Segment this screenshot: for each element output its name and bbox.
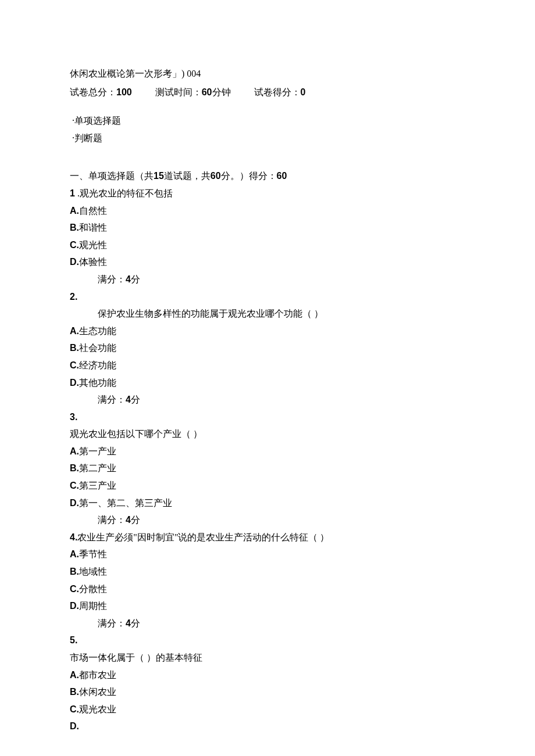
opt-d-label: D. xyxy=(70,257,79,267)
question-5: 5. 市场一体化属于（ ）的基本特征 A.都市农业 B.休闲农业 C.观光农业 … xyxy=(70,632,465,735)
q2-c: 经济功能 xyxy=(79,360,116,370)
exam-meta: 试卷总分：100 测试时间：60分钟 试卷得分：0 xyxy=(70,84,465,101)
opt-a-label: A. xyxy=(70,206,79,216)
opt-a-label: A. xyxy=(70,549,79,559)
q4-a: 季节性 xyxy=(79,549,107,559)
q5-c: 观光农业 xyxy=(79,704,116,714)
q1-full: 满分：4分 xyxy=(70,271,465,288)
opt-b-label: B. xyxy=(70,687,79,697)
q5-b: 休闲农业 xyxy=(79,687,116,697)
q3-stem: 观光农业包括以下哪个产业（ ） xyxy=(70,429,202,439)
opt-b-label: B. xyxy=(70,463,79,473)
sh-prefix: 一、单项选择题（共 xyxy=(70,171,154,181)
opt-c-label: C. xyxy=(70,481,79,490)
nav-mc-label: 单项选择题 xyxy=(74,116,121,126)
q4-d: 周期性 xyxy=(79,601,107,611)
q1-c: 观光性 xyxy=(79,240,107,250)
q4-stem: 农业生产必须"因时制宜"说的是农业生产活动的什么特征（ ） xyxy=(77,532,329,542)
opt-b-label: B. xyxy=(70,343,79,353)
q3-num: 3. xyxy=(70,412,77,422)
q2-b: 社会功能 xyxy=(79,343,116,353)
sh-mid: 道试题，共 xyxy=(164,171,211,181)
nav-item-tf: ·判断题 xyxy=(72,130,465,147)
opt-d-label: D. xyxy=(70,721,79,731)
q1-d: 体验性 xyxy=(79,257,107,267)
q5-num: 5. xyxy=(70,635,77,645)
q2-a: 生态功能 xyxy=(79,326,116,336)
q4-c: 分散性 xyxy=(79,584,107,594)
exam-title: 休闲农业概论第一次形考」) 004 xyxy=(70,65,465,83)
sh-pts: 60 xyxy=(211,171,221,181)
q4-b: 地域性 xyxy=(79,567,107,576)
time-label: 测试时间： xyxy=(155,87,202,97)
q2-stem: 保护农业生物多样性的功能属于观光农业哪个功能（ ） xyxy=(98,309,323,318)
nav-item-mc: ·单项选择题 xyxy=(72,112,465,130)
opt-a-label: A. xyxy=(70,446,79,456)
sh-suffix: 分。）得分： xyxy=(221,171,277,181)
section-heading: 一、单项选择题（共15道试题，共60分。）得分：60 xyxy=(70,167,465,185)
q3-d: 第一、第二、第三产业 xyxy=(79,498,172,508)
nav-tf-label: 判断题 xyxy=(74,133,102,143)
q3-b: 第二产业 xyxy=(79,463,116,473)
q1-a: 自然性 xyxy=(79,206,107,216)
question-4: 4.农业生产必须"因时制宜"说的是农业生产活动的什么特征（ ） A.季节性 B.… xyxy=(70,529,465,632)
q4-full: 满分：4分 xyxy=(70,615,465,632)
opt-a-label: A. xyxy=(70,670,79,680)
q2-num: 2. xyxy=(70,292,77,302)
score-label: 试卷得分： xyxy=(254,87,301,97)
q3-a: 第一产业 xyxy=(79,446,116,456)
opt-b-label: B. xyxy=(70,223,79,232)
q2-d: 其他功能 xyxy=(79,378,116,388)
q3-c: 第三产业 xyxy=(79,481,116,490)
q1-b: 和谐性 xyxy=(79,223,107,232)
total-label: 试卷总分： xyxy=(70,87,116,97)
q5-stem: 市场一体化属于（ ）的基本特征 xyxy=(70,653,202,662)
opt-c-label: C. xyxy=(70,584,79,594)
q4-num: 4. xyxy=(70,532,77,542)
opt-b-label: B. xyxy=(70,567,79,576)
opt-c-label: C. xyxy=(70,240,79,250)
time-value: 60 xyxy=(202,87,212,97)
question-1: 1 .观光农业的特征不包括 A.自然性 B.和谐性 C.观光性 D.体验性 满分… xyxy=(70,185,465,288)
question-3: 3. 观光农业包括以下哪个产业（ ） A.第一产业 B.第二产业 C.第三产业 … xyxy=(70,409,465,529)
opt-c-label: C. xyxy=(70,704,79,714)
opt-d-label: D. xyxy=(70,378,79,388)
opt-a-label: A. xyxy=(70,326,79,336)
opt-d-label: D. xyxy=(70,498,79,508)
q3-full: 满分：4分 xyxy=(70,511,465,529)
total-value: 100 xyxy=(116,87,132,97)
score-value: 0 xyxy=(301,87,306,97)
q1-stem: .观光农业的特征不包括 xyxy=(75,188,173,198)
opt-d-label: D. xyxy=(70,601,79,611)
question-2: 2. 保护农业生物多样性的功能属于观光农业哪个功能（ ） A.生态功能 B.社会… xyxy=(70,288,465,409)
q5-a: 都市农业 xyxy=(79,670,116,680)
time-unit: 分钟 xyxy=(212,87,231,97)
title-text: 休闲农业概论第一次形考」) 004 xyxy=(70,69,201,78)
q2-full: 满分：4分 xyxy=(70,391,465,409)
opt-c-label: C. xyxy=(70,360,79,370)
sh-score: 60 xyxy=(277,171,287,181)
sh-count: 15 xyxy=(154,171,164,181)
q1-num: 1 xyxy=(70,188,75,198)
